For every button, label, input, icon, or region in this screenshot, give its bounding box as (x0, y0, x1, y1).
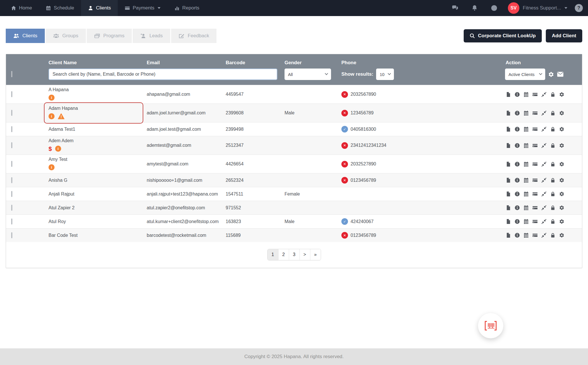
messages-button[interactable] (445, 5, 465, 11)
page-button-»[interactable]: » (310, 249, 321, 260)
settings-button[interactable] (559, 233, 564, 238)
nav-item-reports[interactable]: Reports (167, 0, 206, 16)
info-button[interactable] (514, 161, 520, 167)
settings-button[interactable] (559, 219, 564, 224)
page-button-1[interactable]: 1 (268, 249, 278, 260)
lock-button[interactable] (550, 177, 556, 183)
schedule-button[interactable] (523, 177, 529, 183)
tab-groups[interactable]: Groups (46, 29, 86, 43)
gender-filter-select[interactable]: All (285, 69, 331, 80)
settings-button[interactable] (559, 191, 564, 197)
document-button[interactable] (506, 205, 511, 210)
settings-button[interactable] (559, 177, 564, 183)
document-button[interactable] (506, 177, 511, 183)
notifications-button[interactable] (465, 5, 484, 11)
compress-button[interactable] (541, 161, 547, 167)
payment-button[interactable] (532, 92, 538, 97)
nav-item-payments[interactable]: Payments (118, 0, 167, 16)
warning-icon[interactable] (58, 113, 65, 119)
payment-button[interactable] (532, 161, 538, 167)
schedule-button[interactable] (523, 205, 529, 210)
compress-button[interactable] (541, 233, 547, 238)
document-button[interactable] (506, 126, 511, 132)
settings-button[interactable] (559, 110, 564, 116)
tab-feedback[interactable]: Feedback (171, 29, 217, 43)
lock-button[interactable] (550, 219, 556, 224)
schedule-button[interactable] (523, 110, 529, 116)
lock-button[interactable] (550, 143, 556, 148)
document-button[interactable] (506, 143, 511, 148)
row-checkbox[interactable] (11, 218, 12, 225)
page-button-3[interactable]: 3 (289, 249, 299, 260)
compress-button[interactable] (541, 110, 547, 116)
document-button[interactable] (506, 219, 511, 224)
lock-button[interactable] (550, 233, 556, 238)
account-dropdown[interactable]: Fitness Support... (523, 5, 567, 11)
lock-button[interactable] (550, 191, 556, 197)
compress-button[interactable] (541, 191, 547, 197)
lock-button[interactable] (550, 161, 556, 167)
page-button->[interactable]: > (299, 249, 310, 260)
row-checkbox[interactable] (11, 177, 12, 183)
schedule-button[interactable] (523, 126, 529, 132)
info-button[interactable] (514, 205, 520, 210)
compress-button[interactable] (541, 177, 547, 183)
row-checkbox[interactable] (11, 205, 12, 211)
payment-button[interactable] (532, 205, 538, 210)
info-button[interactable] (514, 233, 520, 238)
settings-button[interactable] (559, 92, 564, 97)
payment-button[interactable] (532, 110, 538, 116)
info-badge-icon[interactable]: i (55, 146, 61, 152)
lock-button[interactable] (550, 126, 556, 132)
row-checkbox[interactable] (11, 232, 12, 238)
payment-button[interactable] (532, 126, 538, 132)
tab-leads[interactable]: Leads (133, 29, 170, 43)
add-client-button[interactable]: Add Client (546, 29, 582, 42)
document-button[interactable] (506, 110, 511, 116)
row-checkbox[interactable] (11, 161, 12, 167)
row-checkbox[interactable] (11, 110, 12, 116)
schedule-button[interactable] (523, 161, 529, 167)
select-all-checkbox[interactable] (11, 71, 12, 77)
search-input[interactable] (49, 69, 277, 80)
compress-button[interactable] (541, 143, 547, 148)
schedule-button[interactable] (523, 233, 529, 238)
compress-button[interactable] (541, 205, 547, 210)
compress-button[interactable] (541, 126, 547, 132)
schedule-button[interactable] (523, 191, 529, 197)
compress-button[interactable] (541, 219, 547, 224)
lock-button[interactable] (550, 110, 556, 116)
payment-button[interactable] (532, 177, 538, 183)
history-button[interactable] (484, 5, 504, 11)
schedule-button[interactable] (523, 219, 529, 224)
info-button[interactable] (514, 177, 520, 183)
settings-button[interactable] (559, 161, 564, 167)
document-button[interactable] (506, 191, 511, 197)
info-badge-icon[interactable]: i (49, 113, 55, 119)
document-button[interactable] (506, 92, 511, 97)
settings-button[interactable] (559, 143, 564, 148)
column-settings-button[interactable] (548, 71, 554, 77)
tab-programs[interactable]: Programs (87, 29, 132, 43)
info-button[interactable] (514, 191, 520, 197)
lock-button[interactable] (550, 205, 556, 210)
nav-item-home[interactable]: Home (4, 0, 39, 16)
info-button[interactable] (514, 126, 520, 132)
corporate-client-lookup-button[interactable]: Corporate Client LookUp (464, 29, 542, 42)
help-button[interactable]: ? (575, 4, 583, 12)
payment-button[interactable] (532, 233, 538, 238)
nav-item-schedule[interactable]: Schedule (39, 0, 81, 16)
payment-button[interactable] (532, 191, 538, 197)
document-button[interactable] (506, 233, 511, 238)
dollar-badge-icon[interactable]: $ (49, 146, 52, 152)
client-status-select[interactable]: Active Clients (505, 69, 545, 80)
schedule-button[interactable] (523, 143, 529, 148)
info-button[interactable] (514, 219, 520, 224)
row-checkbox[interactable] (11, 126, 12, 132)
show-results-select[interactable]: 10 (376, 69, 394, 80)
barcode-scan-button[interactable] (478, 313, 503, 338)
schedule-button[interactable] (523, 92, 529, 97)
tab-clients[interactable]: Clients (6, 29, 45, 43)
info-button[interactable] (514, 143, 520, 148)
row-checkbox[interactable] (11, 191, 12, 197)
